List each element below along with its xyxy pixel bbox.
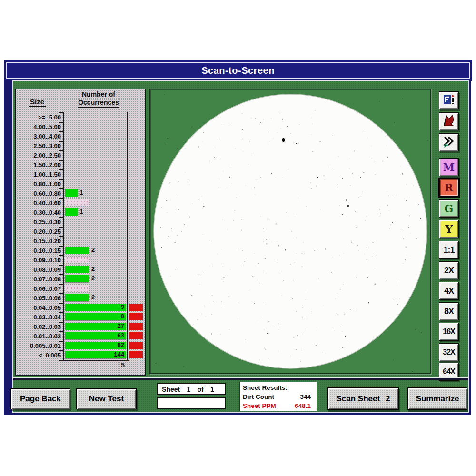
zoom-2x-button[interactable]: 2X bbox=[439, 261, 459, 279]
empty-bar bbox=[65, 285, 89, 292]
empty-bar bbox=[65, 257, 89, 263]
count-value: 1 bbox=[79, 188, 90, 197]
axis-tick bbox=[60, 350, 63, 351]
fast-forward-button[interactable] bbox=[439, 133, 459, 151]
channel-magenta-button[interactable]: M bbox=[439, 158, 459, 176]
sheet-total: 1 bbox=[204, 386, 221, 393]
axis-tick bbox=[60, 160, 63, 161]
channel-red-button-label: R bbox=[445, 182, 453, 193]
overflow-cell bbox=[129, 323, 143, 330]
channel-green-button[interactable]: G bbox=[439, 199, 459, 218]
zoom-4x-button[interactable]: 4X bbox=[439, 282, 459, 300]
axis-tick bbox=[60, 122, 63, 123]
zoom-4x-button-label: 4X bbox=[444, 286, 454, 296]
size-range-label: 0.06..0.07 bbox=[16, 284, 61, 293]
sheet-counter: Sheet 1 of 1 bbox=[157, 383, 226, 395]
count-bar bbox=[65, 247, 89, 254]
zoom-1-1-button-label: 1:1 bbox=[443, 245, 454, 255]
histogram-panel: Size Number of Occurrences >= 5.004.00..… bbox=[15, 89, 146, 376]
red-swoosh-icon bbox=[442, 114, 456, 129]
size-range-label: 0.80..1.00 bbox=[16, 179, 61, 188]
scan-sheet-number: 2 bbox=[386, 394, 390, 404]
axis-tick bbox=[60, 236, 63, 237]
axis-tick bbox=[60, 274, 63, 275]
report-icon bbox=[443, 93, 455, 108]
axis-tick bbox=[60, 341, 63, 342]
axis-tick bbox=[60, 312, 63, 313]
size-range-label: 4.00..5.00 bbox=[16, 122, 61, 131]
size-range-label: 0.09..0.10 bbox=[16, 256, 61, 264]
screen: Scan-to-Screen Size Number of Occurrence… bbox=[0, 0, 476, 476]
results-title: Sheet Results: bbox=[243, 383, 314, 392]
axis-tick bbox=[60, 150, 63, 151]
channel-yellow-button[interactable]: Y bbox=[439, 220, 459, 238]
zoom-16x-button[interactable]: 16X bbox=[439, 323, 459, 341]
size-range-label: 0.02..0.03 bbox=[16, 322, 61, 331]
scanned-sheet-image bbox=[150, 89, 430, 373]
footer-divider bbox=[13, 378, 468, 380]
size-range-label: 0.03..0.04 bbox=[16, 313, 61, 321]
count-value: 2 bbox=[91, 265, 102, 273]
axis-tick bbox=[60, 246, 63, 247]
axis-tick bbox=[60, 217, 63, 218]
size-range-label: 0.20..0.25 bbox=[16, 227, 61, 236]
count-value: 82 bbox=[65, 341, 124, 349]
count-value: 2 bbox=[91, 246, 102, 254]
size-range-label: 1.00..1.50 bbox=[16, 170, 61, 178]
count-value: 9 bbox=[65, 303, 124, 311]
size-range-label: 0.005..0.01 bbox=[16, 341, 61, 350]
size-range-label: >= 5.00 bbox=[16, 113, 61, 121]
sheet-current: 1 bbox=[180, 386, 197, 393]
size-range-label: 0.15..0.20 bbox=[16, 237, 61, 245]
size-range-label: 0.30..0.40 bbox=[16, 208, 61, 217]
size-range-label: 3.00..4.00 bbox=[16, 132, 61, 140]
size-range-label: 0.60..0.80 bbox=[16, 189, 61, 198]
double-chevron-icon bbox=[442, 135, 456, 150]
size-range-label: 2.50..3.00 bbox=[16, 141, 61, 150]
count-value: 63 bbox=[65, 331, 124, 340]
axis-tick bbox=[60, 255, 63, 256]
overflow-cell bbox=[129, 313, 143, 320]
axis-tick bbox=[60, 284, 63, 285]
zoom-8x-button[interactable]: 8X bbox=[439, 302, 459, 320]
scan-sheet-button[interactable]: Scan Sheet 2 bbox=[327, 387, 399, 410]
sheet-ppm-row: Sheet PPM 648.1 bbox=[243, 401, 314, 410]
new-test-button[interactable]: New Test bbox=[76, 388, 137, 409]
size-range-label: 0.01..0.02 bbox=[16, 332, 61, 340]
axis-tick bbox=[60, 188, 63, 189]
overflow-cell bbox=[129, 304, 143, 311]
sheet-ppm-value: 648.1 bbox=[295, 401, 311, 410]
zoom-8x-button-label: 8X bbox=[444, 307, 454, 317]
histogram-overflow-line bbox=[127, 112, 128, 361]
channel-magenta-button-label: M bbox=[443, 162, 455, 172]
title-bar: Scan-to-Screen bbox=[4, 60, 472, 81]
count-value: 144 bbox=[65, 350, 124, 359]
count-bar bbox=[65, 189, 78, 197]
page-back-button[interactable]: Page Back bbox=[10, 388, 70, 409]
window-title: Scan-to-Screen bbox=[201, 65, 275, 76]
histogram-rows: >= 5.004.00..5.003.00..4.002.50..3.002.0… bbox=[16, 89, 145, 375]
axis-tick bbox=[60, 198, 63, 199]
logo-button[interactable] bbox=[439, 112, 459, 130]
channel-red-button[interactable]: R bbox=[439, 178, 459, 197]
overflow-cell bbox=[129, 351, 143, 358]
count-bar bbox=[65, 208, 78, 216]
zoom-32x-button[interactable]: 32X bbox=[439, 343, 459, 361]
zoom-1-1-button[interactable]: 1:1 bbox=[439, 241, 459, 259]
axis-tick bbox=[60, 303, 63, 304]
sheet-entry-field[interactable] bbox=[157, 397, 226, 409]
size-range-label: 0.25..0.30 bbox=[16, 218, 61, 226]
report-button[interactable] bbox=[439, 91, 459, 109]
scan-view[interactable] bbox=[149, 89, 431, 374]
histogram-baseline bbox=[62, 360, 129, 361]
axis-max-label: 5 bbox=[110, 361, 125, 369]
axis-tick bbox=[60, 112, 63, 113]
zoom-64x-button-label: 64X bbox=[443, 367, 455, 376]
axis-tick bbox=[60, 227, 63, 228]
axis-tick bbox=[60, 331, 63, 332]
size-range-label: 1.50..2.00 bbox=[16, 160, 61, 169]
channel-green-button-label: G bbox=[445, 203, 454, 214]
sheet-results-box: Sheet Results: Dirt Count 344 Sheet PPM … bbox=[239, 382, 317, 411]
summarize-button[interactable]: Summarize bbox=[407, 387, 467, 410]
size-range-label: 0.05..0.06 bbox=[16, 294, 61, 302]
